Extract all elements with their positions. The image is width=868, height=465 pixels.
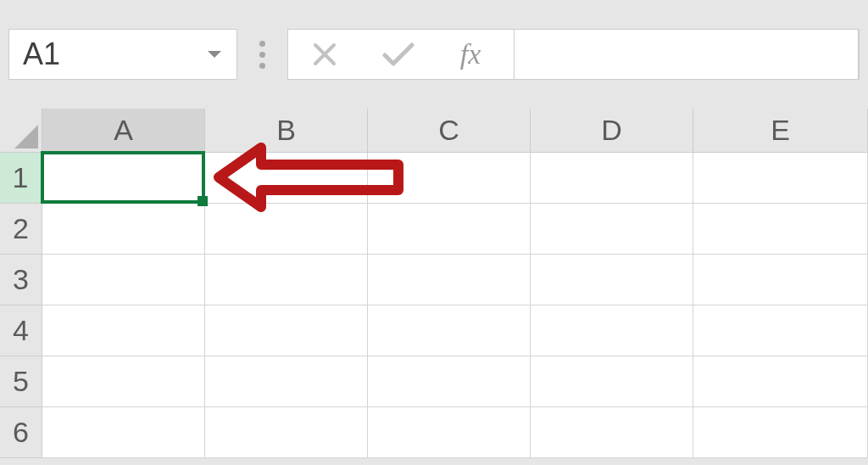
column-headers: A B C D E bbox=[0, 109, 868, 153]
row-header-1[interactable]: 1 bbox=[0, 153, 42, 204]
cell-A4[interactable] bbox=[42, 305, 205, 356]
cell-E4[interactable] bbox=[693, 305, 868, 356]
cell-D6[interactable] bbox=[531, 407, 693, 458]
x-icon bbox=[311, 41, 338, 68]
cell-A6[interactable] bbox=[42, 407, 205, 458]
cell-A5[interactable] bbox=[42, 356, 205, 407]
cell-B5[interactable] bbox=[205, 356, 368, 407]
grid-row: 1 bbox=[0, 153, 868, 204]
column-header-B[interactable]: B bbox=[205, 109, 368, 153]
cell-E3[interactable] bbox=[693, 255, 868, 305]
cell-B4[interactable] bbox=[205, 305, 368, 356]
cell-D4[interactable] bbox=[531, 305, 693, 356]
cell-A3[interactable] bbox=[42, 255, 205, 305]
column-header-C[interactable]: C bbox=[368, 109, 531, 153]
row-header-3[interactable]: 3 bbox=[0, 255, 42, 305]
select-all-button[interactable] bbox=[0, 109, 42, 153]
cell-C2[interactable] bbox=[368, 204, 531, 255]
cell-B6[interactable] bbox=[205, 407, 368, 458]
cell-C5[interactable] bbox=[368, 356, 531, 407]
cell-B1[interactable] bbox=[205, 153, 368, 204]
grid-row: 3 bbox=[0, 255, 868, 305]
chevron-down-icon[interactable] bbox=[206, 48, 223, 60]
formula-bar-area: A1 fx bbox=[0, 0, 868, 109]
grid-row: 5 bbox=[0, 356, 868, 407]
column-header-E[interactable]: E bbox=[693, 109, 868, 153]
name-box[interactable]: A1 bbox=[8, 29, 237, 80]
grid-row: 4 bbox=[0, 305, 868, 356]
cell-A2[interactable] bbox=[42, 204, 205, 255]
formula-input[interactable] bbox=[514, 30, 859, 79]
cell-C6[interactable] bbox=[368, 407, 531, 458]
cell-C1[interactable] bbox=[368, 153, 531, 204]
cell-E2[interactable] bbox=[693, 204, 868, 255]
spreadsheet-grid: A B C D E 1 2 3 4 5 bbox=[0, 109, 868, 458]
row-header-6[interactable]: 6 bbox=[0, 407, 42, 458]
cell-D3[interactable] bbox=[531, 255, 693, 305]
row-header-4[interactable]: 4 bbox=[0, 305, 42, 356]
insert-function-button[interactable]: fx bbox=[434, 30, 507, 79]
check-icon bbox=[381, 41, 415, 68]
row-header-5[interactable]: 5 bbox=[0, 356, 42, 407]
svg-marker-0 bbox=[208, 51, 221, 58]
cell-D5[interactable] bbox=[531, 356, 693, 407]
cancel-button bbox=[288, 30, 361, 79]
cell-E5[interactable] bbox=[693, 356, 868, 407]
fx-toolbar: fx bbox=[287, 29, 860, 80]
enter-button bbox=[361, 30, 434, 79]
cell-D1[interactable] bbox=[531, 153, 693, 204]
column-header-D[interactable]: D bbox=[531, 109, 693, 153]
column-header-A[interactable]: A bbox=[42, 109, 205, 153]
cell-E6[interactable] bbox=[693, 407, 868, 458]
resize-handle-icon[interactable] bbox=[254, 29, 270, 80]
cell-E1[interactable] bbox=[693, 153, 868, 204]
cell-D2[interactable] bbox=[531, 204, 693, 255]
grid-row: 2 bbox=[0, 204, 868, 255]
cell-C4[interactable] bbox=[368, 305, 531, 356]
row-header-2[interactable]: 2 bbox=[0, 204, 42, 255]
name-box-value: A1 bbox=[23, 36, 206, 72]
cell-B2[interactable] bbox=[205, 204, 368, 255]
cell-B3[interactable] bbox=[205, 255, 368, 305]
cell-A1[interactable] bbox=[42, 153, 205, 204]
cell-C3[interactable] bbox=[368, 255, 531, 305]
grid-row: 6 bbox=[0, 407, 868, 458]
